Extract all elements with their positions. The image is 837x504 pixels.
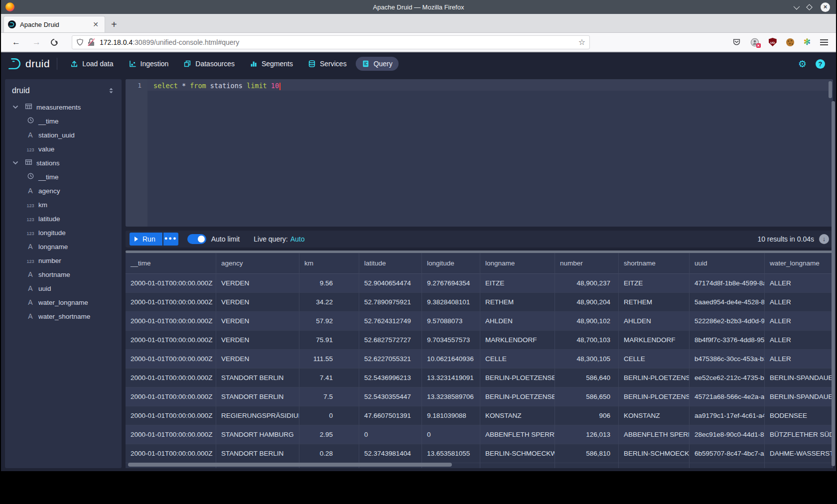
cookie-extension-icon[interactable]	[786, 38, 794, 46]
ublock-icon[interactable]: UO	[769, 38, 777, 46]
table-cell[interactable]: 48,300,105	[555, 350, 619, 369]
table-horizontal-scrollbar[interactable]	[128, 463, 452, 467]
table-cell[interactable]: BERLIN-PLOETZENSEE UW	[480, 387, 555, 406]
table-cell[interactable]: REGIERUNGSPRÄSIDIUM	[216, 406, 299, 425]
table-cell[interactable]: 586,650	[555, 387, 619, 406]
table-cell[interactable]: BERLIN-SPANDAUER-SCH	[765, 369, 833, 387]
close-icon[interactable]: ×	[821, 2, 830, 12]
chevron-down-icon[interactable]	[12, 104, 19, 111]
schema-column-shortname[interactable]: Ashortname	[5, 267, 122, 281]
schema-column-station-uuid[interactable]: Astation_uuid	[5, 128, 122, 142]
minimize-icon[interactable]	[794, 3, 800, 9]
nav-item-datasources[interactable]: Datasources	[177, 57, 241, 71]
table-cell[interactable]: ABBENFLETH SPERRWERK	[619, 425, 690, 444]
tracking-shield-icon[interactable]	[76, 38, 84, 46]
table-cell[interactable]: ALLER	[765, 350, 833, 369]
nav-item-query[interactable]: Query	[356, 57, 399, 71]
table-cell[interactable]: VERDEN	[216, 331, 299, 350]
table-cell[interactable]: 2000-01-01T00:00:00.000Z	[126, 293, 216, 312]
schema-column-water-longname[interactable]: Awater_longname	[5, 295, 122, 309]
run-button[interactable]: Run	[130, 233, 162, 246]
table-cell[interactable]: 906	[555, 406, 619, 425]
table-cell[interactable]: 52.6827572727	[359, 331, 422, 350]
table-cell[interactable]: 522286e2-b2b3-4d0d-9a	[690, 312, 765, 331]
table-cell[interactable]: 52.5430355447	[359, 387, 422, 406]
table-cell[interactable]: 52.6227055321	[359, 350, 422, 369]
table-cell[interactable]: 52.9040654474	[359, 274, 422, 293]
query-editor[interactable]: 1 select * from stations limit 10	[126, 79, 833, 227]
table-cell[interactable]: BERLIN-PLOETZENSEE OW	[480, 369, 555, 387]
table-cell[interactable]: 47.6607501391	[359, 406, 422, 425]
table-cell[interactable]: ALLER	[765, 331, 833, 350]
schema-column-number[interactable]: 123number	[5, 253, 122, 267]
table-cell[interactable]: 2000-01-01T00:00:00.000Z	[126, 387, 216, 406]
forward-button[interactable]: →	[26, 37, 47, 47]
table-cell[interactable]: 9.181039088	[422, 406, 480, 425]
table-cell[interactable]: 48,900,204	[555, 293, 619, 312]
nav-item-segments[interactable]: Segments	[244, 57, 299, 71]
table-cell[interactable]: 586,640	[555, 369, 619, 387]
table-cell[interactable]: 52.5436996213	[359, 369, 422, 387]
table-cell[interactable]: 2000-01-01T00:00:00.000Z	[126, 312, 216, 331]
new-tab-button[interactable]: +	[105, 19, 123, 32]
schema-column-km[interactable]: 123km	[5, 198, 122, 212]
table-cell[interactable]: 7.41	[299, 369, 359, 387]
table-cell[interactable]: 9.57088073	[422, 312, 480, 331]
maximize-icon[interactable]	[806, 4, 813, 10]
editor-code[interactable]: select * from stations limit 10	[147, 79, 833, 227]
table-cell[interactable]: 47174d8f-1b8e-4599-8a	[690, 274, 765, 293]
column-header-agency[interactable]: agency	[216, 253, 299, 274]
table-cell[interactable]: 0	[422, 425, 480, 444]
column-header-longitude[interactable]: longitude	[422, 253, 480, 274]
table-cell[interactable]: BERLIN-PLOETZENSEE OW	[619, 369, 690, 387]
table-cell[interactable]: RETHEM	[619, 293, 690, 312]
run-more-button[interactable]: ●●●	[163, 233, 178, 246]
column-header-longname[interactable]: longname	[480, 253, 555, 274]
schema-column-longname[interactable]: Alongname	[5, 240, 122, 253]
pocket-icon[interactable]	[732, 38, 741, 46]
table-cell[interactable]: BERLIN-SCHMOECKWITZ	[480, 444, 555, 463]
table-cell[interactable]: 48,900,102	[555, 312, 619, 331]
table-cell[interactable]: 0	[299, 406, 359, 425]
schema-column-uuid[interactable]: Auuid	[5, 281, 122, 295]
table-cell[interactable]: 45721a68-566c-4e2a-a6	[690, 387, 765, 406]
editor-scrollbar[interactable]	[829, 81, 832, 98]
table-cell[interactable]: BERLIN-PLOETZENSEE UW	[619, 387, 690, 406]
table-cell[interactable]: CELLE	[619, 350, 690, 369]
table-cell[interactable]: 8b4f9f7c-3376-4dd8-95c	[690, 331, 765, 350]
chevron-down-icon[interactable]	[12, 159, 19, 166]
download-icon[interactable]	[819, 234, 829, 244]
schema-column-latitude[interactable]: 123latitude	[5, 212, 122, 226]
table-cell[interactable]: STANDORT BERLIN	[216, 369, 299, 387]
back-button[interactable]: ←	[6, 37, 26, 47]
table-cell[interactable]: ALLER	[765, 312, 833, 331]
column-header-shortname[interactable]: shortname	[619, 253, 690, 274]
table-cell[interactable]: 10.0621640936	[422, 350, 480, 369]
table-cell[interactable]: EITZE	[619, 274, 690, 293]
nav-item-services[interactable]: Services	[302, 57, 353, 71]
table-cell[interactable]: 75.91	[299, 331, 359, 350]
table-cell[interactable]: 2000-01-01T00:00:00.000Z	[126, 444, 216, 463]
schema-column-longitude[interactable]: 123longitude	[5, 226, 122, 240]
table-cell[interactable]: 2000-01-01T00:00:00.000Z	[126, 331, 216, 350]
table-cell[interactable]: aa9179c1-17ef-4c61-a48	[690, 406, 765, 425]
table-cell[interactable]: 2000-01-01T00:00:00.000Z	[126, 350, 216, 369]
table-cell[interactable]: 9.7034557573	[422, 331, 480, 350]
tab-apache-druid[interactable]: Apache Druid ✕	[3, 16, 105, 32]
table-cell[interactable]: 13.653581055	[422, 444, 480, 463]
table-cell[interactable]: ALLER	[765, 274, 833, 293]
table-cell[interactable]: DAHME-WASSERSTRASSE	[765, 444, 833, 463]
table-cell[interactable]: RETHEM	[480, 293, 555, 312]
extension-asterisk-icon[interactable]: ✻	[804, 37, 811, 47]
table-cell[interactable]: 52.7890975921	[359, 293, 422, 312]
table-cell[interactable]: 5aaed954-de4e-4528-8f	[690, 293, 765, 312]
table-cell[interactable]: 2.95	[299, 425, 359, 444]
table-cell[interactable]: 28ec91e8-90c0-44d1-8fc	[690, 425, 765, 444]
table-cell[interactable]: AHLDEN	[619, 312, 690, 331]
table-cell[interactable]: 9.3828408101	[422, 293, 480, 312]
column-header-number[interactable]: number	[555, 253, 619, 274]
table-cell[interactable]: CELLE	[480, 350, 555, 369]
table-cell[interactable]: ee52ce62-212c-4735-b4	[690, 369, 765, 387]
nav-item-ingestion[interactable]: Ingestion	[123, 57, 175, 71]
table-cell[interactable]: 13.3238589706	[422, 387, 480, 406]
